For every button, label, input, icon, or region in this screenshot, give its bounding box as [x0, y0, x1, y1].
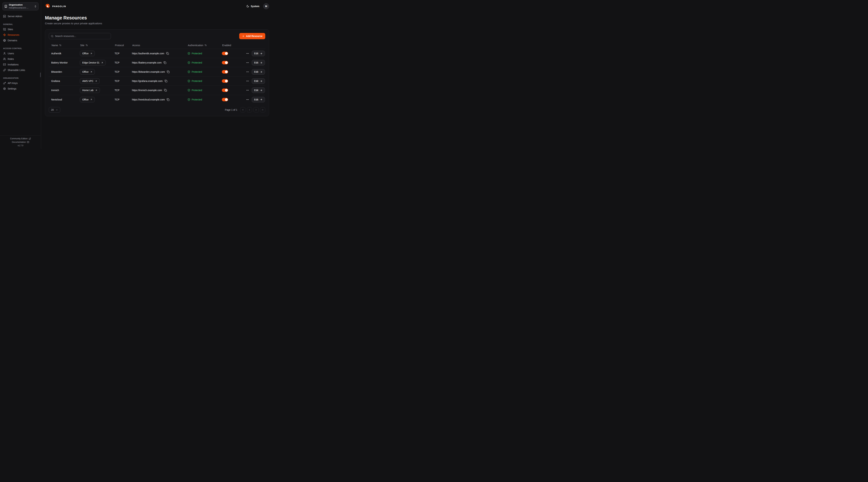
sidebar-item-label: Resources: [8, 33, 19, 36]
sidebar-item-label: Server Admin: [8, 15, 22, 18]
column-label: Name: [52, 44, 58, 47]
arrow-right-icon: [260, 52, 262, 55]
chevrons-right-icon: [261, 108, 264, 111]
column-header-enabled: Enabled: [219, 44, 239, 47]
site-link-button[interactable]: Office: [80, 51, 95, 56]
column-header-name[interactable]: Name: [49, 44, 78, 47]
community-edition-link[interactable]: Community Edition: [10, 137, 31, 140]
edit-button[interactable]: Edit: [252, 60, 265, 65]
sidebar-item-label: Invitations: [8, 63, 19, 66]
enabled-toggle[interactable]: [222, 61, 228, 64]
org-switcher[interactable]: Organization milo@fossorial.io's ...: [2, 2, 38, 10]
edit-button[interactable]: Edit: [252, 69, 265, 75]
edit-label: Edit: [254, 52, 258, 55]
site-link-button[interactable]: Home Lab: [80, 88, 100, 93]
arrow-right-icon: [260, 61, 262, 64]
edit-button[interactable]: Edit: [252, 51, 265, 56]
enabled-toggle[interactable]: [222, 70, 228, 73]
building-icon: [4, 5, 7, 8]
sidebar-item-roles[interactable]: Roles: [2, 56, 38, 62]
sidebar-item-sites[interactable]: Sites: [2, 27, 38, 32]
row-menu-button[interactable]: [246, 61, 249, 64]
next-page-button[interactable]: [253, 107, 259, 113]
sidebar-scrollbar-thumb[interactable]: [40, 72, 41, 77]
arrow-right-icon: [260, 71, 262, 73]
site-link-button[interactable]: AWS VPC: [80, 78, 100, 84]
column-label: Access: [132, 44, 140, 47]
link-icon: [3, 69, 6, 71]
row-menu-button[interactable]: [246, 52, 249, 55]
previous-page-button[interactable]: [247, 107, 252, 113]
main-content: PANGOLIN System M Manage Resources Creat…: [41, 0, 272, 149]
row-menu-button[interactable]: [246, 79, 249, 83]
copy-url-button[interactable]: [164, 79, 167, 83]
arrow-up-right-icon: [90, 53, 92, 55]
theme-toggle-button[interactable]: System: [246, 5, 259, 8]
copy-url-button[interactable]: [166, 52, 169, 55]
sidebar-item-invitations[interactable]: Invitations: [2, 62, 38, 67]
column-header-authentication[interactable]: Authentication: [185, 44, 219, 47]
column-label: Enabled: [222, 44, 231, 47]
site-link-button[interactable]: Office: [80, 69, 95, 75]
arrow-up-right-icon: [95, 80, 97, 82]
arrow-up-down-icon: [59, 44, 61, 46]
enabled-toggle[interactable]: [222, 98, 228, 101]
add-resource-button[interactable]: Add Resource: [239, 33, 265, 39]
arrow-up-right-icon: [101, 62, 103, 64]
edit-button[interactable]: Edit: [252, 78, 265, 84]
site-link-button[interactable]: Edge Device 01: [80, 60, 106, 65]
table-header: NameSiteProtocolAccessAuthenticationEnab…: [49, 42, 265, 49]
copy-url-button[interactable]: [167, 70, 169, 73]
sidebar-item-server-admin[interactable]: Server Admin: [2, 13, 38, 19]
documentation-link[interactable]: Documentation: [12, 141, 29, 143]
authentication-status: Protected: [187, 98, 202, 101]
resource-name: Grafana: [49, 79, 78, 83]
authentication-label: Protected: [192, 52, 202, 55]
copy-url-button[interactable]: [164, 89, 167, 92]
edit-button[interactable]: Edit: [252, 88, 265, 93]
sidebar-item-domains[interactable]: Domains: [2, 38, 38, 43]
enabled-toggle[interactable]: [222, 52, 228, 55]
site-name: Home Lab: [82, 89, 94, 92]
row-menu-button[interactable]: [246, 70, 249, 73]
last-page-button[interactable]: [260, 107, 265, 113]
page-size-select[interactable]: 20: [49, 107, 60, 113]
column-header-site[interactable]: Site: [78, 44, 112, 47]
sidebar-item-shareable-links[interactable]: Shareable Links: [2, 67, 38, 73]
row-menu-button[interactable]: [246, 89, 249, 92]
shield-check-icon: [187, 79, 190, 83]
authentication-status: Protected: [187, 89, 202, 92]
brand-name: PANGOLIN: [52, 5, 66, 8]
toggle-knob: [225, 89, 228, 92]
edit-label: Edit: [254, 98, 258, 101]
combine-icon: [3, 28, 6, 31]
avatar[interactable]: M: [263, 3, 269, 9]
theme-label: System: [251, 5, 259, 8]
table-footer: 20 Page 1 of 1: [49, 107, 265, 113]
edit-button[interactable]: Edit: [252, 97, 265, 102]
search-box: [49, 33, 111, 39]
sidebar-item-users[interactable]: Users: [2, 51, 38, 56]
table-row: Battery MonitorEdge Device 01TCPhttps://…: [49, 58, 265, 67]
column-header-protocol: Protocol: [112, 44, 129, 47]
site-name: Edge Device 01: [82, 61, 99, 64]
site-link-button[interactable]: Office: [80, 97, 95, 102]
enabled-toggle[interactable]: [222, 79, 228, 83]
row-menu-button[interactable]: [246, 98, 249, 101]
shield-check-icon: [187, 52, 190, 55]
sidebar-item-api-keys[interactable]: API Keys: [2, 80, 38, 86]
documentation-label: Documentation: [12, 141, 26, 143]
resource-protocol: TCP: [112, 52, 129, 55]
resources-card: Add Resource NameSiteProtocolAccessAuthe…: [45, 29, 269, 116]
first-page-button[interactable]: [240, 107, 245, 113]
copy-url-button[interactable]: [163, 61, 166, 64]
sidebar-item-resources[interactable]: Resources: [2, 32, 38, 38]
chevron-right-icon: [255, 108, 257, 111]
copy-url-button[interactable]: [167, 98, 169, 101]
enabled-toggle[interactable]: [222, 89, 228, 92]
resource-name: Nextcloud: [49, 98, 78, 101]
search-input[interactable]: [55, 35, 109, 37]
waypoints-icon: [3, 33, 6, 36]
sidebar-item-settings[interactable]: Settings: [2, 86, 38, 91]
table-row: GrafanaAWS VPCTCPhttps://grafana.example…: [49, 76, 265, 86]
